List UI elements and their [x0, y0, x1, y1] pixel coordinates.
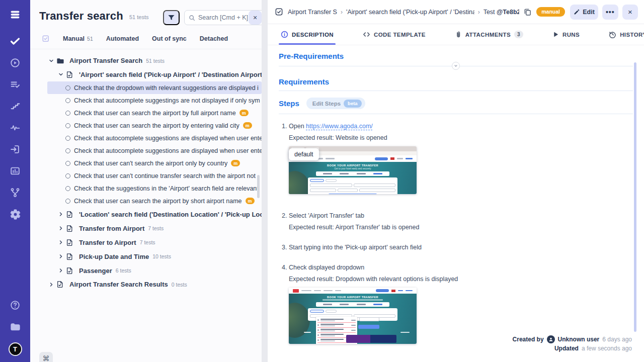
- tree-suite[interactable]: Airport Transfer Search Results0 tests: [47, 278, 262, 291]
- tree-test-case[interactable]: Check that user can't continue transfer …: [47, 169, 262, 182]
- tree-test-case[interactable]: Check that user can search the airport b…: [47, 195, 262, 207]
- user-avatar-icon: [547, 335, 555, 343]
- page-title: Transfer search: [39, 10, 123, 23]
- close-panel-button[interactable]: ×: [622, 5, 638, 20]
- tab-description[interactable]: DESCRIPTION: [281, 24, 334, 45]
- test-case-icon: [275, 8, 283, 16]
- chevron-right-icon: [58, 267, 64, 274]
- tree-test-case[interactable]: Check that the dropdown with relevant su…: [47, 81, 262, 94]
- tree-item-label: Check that user can search the airport b…: [74, 110, 236, 117]
- analytics-icon[interactable]: [9, 165, 21, 177]
- tab-code-template[interactable]: CODE TEMPLATE: [363, 24, 426, 45]
- tree-item-label: Check that user can't search the airport…: [74, 160, 227, 167]
- tree-item-count: 7 tests: [140, 239, 155, 245]
- breadcrumb-test[interactable]: Test @Te8b2...: [484, 9, 520, 16]
- breadcrumb-suite[interactable]: Airport Transfer Se...: [288, 9, 337, 16]
- shortcut-hint[interactable]: ⌘: [39, 352, 53, 362]
- tree-suite[interactable]: Passenger6 tests: [47, 263, 262, 278]
- tree-item-label: Airport Transfer Search Results: [69, 281, 168, 288]
- edit-button[interactable]: Edit: [570, 5, 598, 20]
- edit-steps-button[interactable]: Edit Steps beta: [306, 98, 365, 109]
- updated-ago: a few seconds ago: [582, 345, 632, 352]
- created-ago: 6 days ago: [602, 336, 632, 343]
- test-status-circle: [65, 123, 70, 128]
- step-expected-result: Expected result: Dropdown with relevant …: [289, 276, 633, 283]
- test-suite-tree: Airport Transfer Search51 tests'Airport'…: [30, 49, 262, 291]
- test-suite-icon: [66, 225, 73, 232]
- list-header: Transfer search 51 tests ×: [30, 0, 262, 34]
- tree-suite[interactable]: Transfer to Airport7 tests: [47, 235, 262, 249]
- tree-test-case[interactable]: Check that autocomplete suggestions are …: [47, 132, 262, 144]
- tree-test-case[interactable]: Check that user can't search the airport…: [47, 157, 262, 169]
- section-divider: [279, 114, 633, 114]
- step-link[interactable]: https://www.agoda.com/: [306, 123, 373, 130]
- tree-item-label: 'Location' search field ('Destination Lo…: [79, 211, 262, 218]
- tree-test-case[interactable]: Check that the suggestions in the 'Airpo…: [47, 182, 262, 195]
- tree-suite[interactable]: 'Location' search field ('Destination Lo…: [47, 207, 262, 221]
- tree-item-label: Check that user can't continue transfer …: [74, 172, 256, 179]
- tab-runs[interactable]: RUNS: [552, 24, 580, 45]
- pencil-icon: [574, 9, 580, 15]
- search-icon: [189, 15, 195, 21]
- step-item: 3.Start typing into the 'Pick-up airport…: [282, 244, 633, 251]
- tree-test-case[interactable]: Check that autocomplete suggestings are …: [47, 94, 262, 107]
- step-screenshot[interactable]: BOOK YOUR AIRPORT TRANSFER: [289, 288, 417, 344]
- test-suite-icon: [66, 71, 73, 78]
- chevron-right-icon: [58, 239, 64, 245]
- tree-item-label: Check that the dropdown with relevant su…: [74, 84, 259, 92]
- test-runs-icon[interactable]: [9, 57, 21, 69]
- copy-icon[interactable]: [524, 8, 531, 16]
- filter-button[interactable]: [163, 10, 180, 25]
- test-suite-icon: [66, 239, 73, 246]
- test-status-circle: [65, 136, 70, 141]
- status-badge: manual: [536, 7, 565, 17]
- manual-badge: m: [239, 110, 249, 116]
- tree-item-count: 51 tests: [146, 58, 165, 64]
- filter-tab-out-of-sync[interactable]: Out of sync: [152, 35, 187, 42]
- breadcrumb-subsuite[interactable]: 'Airport' search field ('Pick-up Airport…: [346, 9, 474, 16]
- projects-folder-icon[interactable]: [9, 321, 21, 333]
- chevron-down-icon: [454, 64, 458, 68]
- tree-suite[interactable]: 'Airport' search field ('Pick-up Airport…: [47, 67, 262, 81]
- chevron-right-icon: [58, 211, 64, 217]
- attachments-count-badge: 3: [514, 31, 523, 38]
- chevron-down-icon: [48, 58, 54, 64]
- menu-icon[interactable]: [9, 9, 21, 21]
- workspace-avatar[interactable]: T: [9, 342, 22, 356]
- more-actions-button[interactable]: •••: [602, 5, 618, 20]
- tree-test-case[interactable]: Check that autocomplete suggestions are …: [47, 144, 262, 157]
- tree-test-case[interactable]: Check that user can search the airport b…: [47, 107, 262, 119]
- tree-suite[interactable]: Pick-up Date and Time10 tests: [47, 249, 262, 263]
- traceability-icon[interactable]: [9, 187, 21, 199]
- steps-list: 1.Open https://www.agoda.com/Expected re…: [279, 123, 633, 344]
- collapse-toggle[interactable]: [452, 62, 460, 70]
- play-icon: [552, 31, 559, 38]
- tests-icon[interactable]: [9, 35, 21, 47]
- detail-scrollbar-thumb[interactable]: [634, 62, 636, 332]
- history-icon: [609, 31, 616, 38]
- steps-heading: Steps: [279, 99, 299, 108]
- shared-steps-icon[interactable]: [9, 100, 21, 112]
- select-all-icon[interactable]: [41, 34, 50, 43]
- test-status-circle: [65, 85, 70, 90]
- tree-folder[interactable]: Airport Transfer Search51 tests: [47, 54, 262, 67]
- manual-badge: m: [246, 198, 255, 204]
- list-scrollbar-thumb[interactable]: [257, 175, 260, 198]
- tree-item-label: Pick-up Date and Time: [79, 253, 149, 260]
- beta-badge: beta: [344, 100, 362, 108]
- tree-item-label: Airport Transfer Search: [69, 57, 142, 64]
- requirements-icon[interactable]: [9, 143, 21, 155]
- tree-test-case[interactable]: Check that user can search the airport b…: [47, 119, 262, 132]
- tab-attachments[interactable]: ATTACHMENTS3: [455, 24, 523, 45]
- breadcrumb-separator: ›: [341, 9, 343, 16]
- tab-history[interactable]: HISTORY: [609, 24, 644, 45]
- filter-tab-automated[interactable]: Automated: [106, 35, 139, 42]
- test-plans-icon[interactable]: [9, 78, 21, 90]
- settings-gear-icon[interactable]: [9, 208, 21, 220]
- filter-tab-detached[interactable]: Detached: [200, 35, 228, 42]
- search-close-icon[interactable]: ×: [249, 11, 262, 25]
- help-icon[interactable]: [9, 299, 21, 311]
- tree-suite[interactable]: Transfer from Airport7 tests: [47, 221, 262, 235]
- filter-tab-manual[interactable]: Manual51: [63, 35, 93, 42]
- defects-icon[interactable]: [9, 122, 21, 134]
